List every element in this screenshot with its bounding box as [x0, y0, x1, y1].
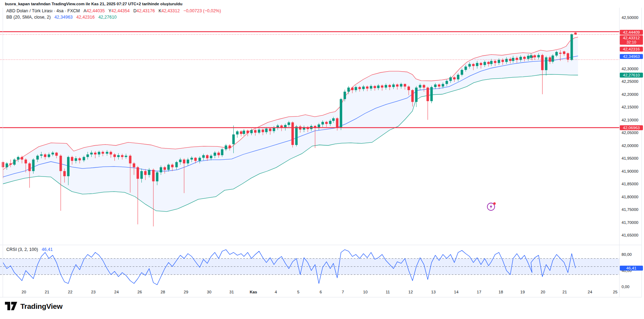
candle-body: [187, 160, 189, 164]
candle-body: [48, 154, 50, 157]
candle-body: [366, 87, 369, 89]
candle-body: [102, 152, 104, 154]
bb-indicator-legend[interactable]: BB (20, SMA, close, 2) 42,34963 42,42316…: [6, 15, 117, 20]
time-axis[interactable]: 20212223242628293031Kas45671011121314171…: [0, 287, 619, 298]
candle-body: [156, 172, 158, 181]
price-tick: 41,75000: [622, 207, 638, 212]
symbol-legend[interactable]: ABD Doları / Türk Lirası · 4sa · FXCM A4…: [6, 8, 221, 13]
bb-lower-value: 42,27610: [98, 15, 117, 20]
time-label: 5: [297, 290, 299, 294]
time-label: 28: [161, 290, 165, 294]
candle-body: [574, 33, 577, 34]
candle-body: [210, 156, 212, 158]
candle-body: [442, 84, 444, 86]
tradingview-logo[interactable]: TradingView: [5, 302, 62, 311]
tradingview-logo-text: TradingView: [20, 302, 62, 311]
chart-canvas[interactable]: [0, 0, 644, 319]
candle-body: [430, 87, 433, 101]
candle-body: [140, 171, 143, 179]
candle-body: [152, 170, 155, 181]
candle-body: [243, 131, 245, 134]
time-label: 10: [363, 290, 368, 294]
candle-body: [218, 153, 220, 155]
close-label: K: [159, 8, 161, 13]
candle-body: [490, 61, 493, 64]
time-label: 18: [499, 290, 503, 294]
price-tick: 42,25000: [622, 79, 638, 84]
price-tick: 41,95000: [622, 156, 638, 160]
candle-body: [571, 34, 573, 60]
low-label: D: [133, 8, 137, 13]
hline2-price-label: 42,06963: [620, 125, 643, 130]
candle-body: [321, 122, 324, 124]
candle-body: [269, 128, 271, 131]
candle-body: [374, 86, 376, 88]
time-label: 30: [207, 290, 212, 294]
candle-body: [469, 64, 471, 66]
candle-body: [32, 160, 35, 171]
candle-body: [191, 158, 193, 160]
candle-body: [523, 57, 526, 59]
candle-body: [344, 92, 346, 99]
candle-body: [214, 153, 216, 156]
candle-body: [262, 129, 264, 132]
candle-body: [83, 157, 85, 160]
candle-body: [407, 87, 410, 90]
candle-body: [530, 55, 532, 58]
candle-body: [502, 60, 504, 62]
candle-body: [148, 170, 151, 175]
candle-body: [236, 131, 239, 134]
candle-body: [288, 122, 290, 125]
crsi-indicator-legend[interactable]: CRSI (3, 2, 100) 46,41: [6, 247, 53, 252]
candle-body: [295, 126, 298, 145]
candle-body: [109, 152, 112, 154]
time-label: 20: [22, 290, 26, 294]
candle-body: [351, 88, 354, 90]
candle-body: [52, 153, 54, 154]
candle-body: [347, 88, 350, 92]
candle-body: [199, 158, 201, 161]
candle-body: [183, 160, 185, 164]
candle-body: [494, 61, 496, 63]
symbol-title: ABD Doları / Türk Lirası · 4sa · FXCM: [6, 8, 80, 13]
time-label: 21: [45, 290, 49, 294]
crsi-tick: 80,00: [622, 252, 632, 257]
candle-body: [240, 131, 243, 134]
candle-body: [370, 86, 372, 88]
candle-body: [194, 158, 197, 161]
time-label: 23: [91, 290, 96, 294]
candle-body: [167, 165, 170, 170]
candle-body: [362, 87, 365, 89]
price-tick: 41,90000: [622, 169, 638, 173]
candle-body: [512, 58, 514, 61]
bb-basis-value: 42,34963: [54, 15, 73, 20]
time-label: Kas: [250, 290, 257, 294]
candle-body: [472, 64, 474, 66]
candle-body: [358, 87, 361, 89]
candle-body: [2, 162, 4, 167]
candle-body: [325, 122, 328, 124]
time-label: 11: [386, 290, 390, 294]
candle-body: [438, 85, 440, 87]
candle-body: [355, 87, 357, 90]
candle-body: [79, 158, 81, 160]
candle-body: [202, 155, 205, 158]
candle-body: [250, 130, 253, 133]
candle-body: [527, 56, 530, 59]
bb-upper-value: 42,42316: [77, 15, 95, 20]
candle-body: [332, 118, 335, 121]
price-tick: 42,15000: [622, 105, 638, 109]
candle-body: [336, 118, 338, 128]
candle-body: [133, 164, 135, 167]
candle-body: [389, 85, 391, 87]
price-tick: 41,80000: [622, 195, 638, 199]
time-label: 26: [138, 290, 142, 294]
candle-body: [36, 156, 39, 160]
price-tick: 42,30000: [622, 67, 638, 71]
notification-dot: [493, 202, 496, 205]
price-tick: 42,20000: [622, 92, 638, 97]
candle-body: [246, 131, 249, 133]
candle-body: [228, 146, 231, 148]
quick-alert-button[interactable]: [486, 201, 496, 211]
candle-body: [385, 85, 387, 87]
